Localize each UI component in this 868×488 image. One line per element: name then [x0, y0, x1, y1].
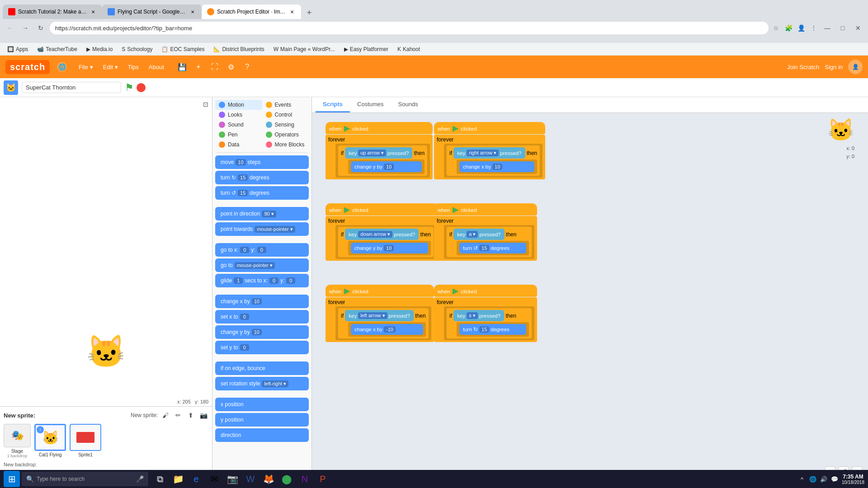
- camera-sprite-button[interactable]: 📷: [198, 410, 208, 420]
- tab-scripts[interactable]: Scripts: [316, 97, 350, 113]
- chrome-icon[interactable]: ⬤: [278, 471, 295, 487]
- forever-block-1[interactable]: forever if key up arrow ▾ pressed? then …: [326, 135, 433, 179]
- ie-icon[interactable]: e: [188, 471, 204, 487]
- when-flag-clicked-4[interactable]: when clicked: [434, 203, 537, 216]
- block-x-position[interactable]: x position: [215, 398, 309, 411]
- stop-button[interactable]: [137, 83, 146, 92]
- if-block-down[interactable]: if key down arrow ▾ pressed? then change…: [338, 227, 434, 257]
- network-icon[interactable]: 🌐: [808, 474, 817, 483]
- save-icon[interactable]: 💾: [176, 61, 189, 73]
- join-scratch-button[interactable]: Join Scratch: [787, 64, 820, 70]
- speaker-icon[interactable]: 🔊: [819, 474, 828, 483]
- bookmark-apps[interactable]: 🔲 Apps: [4, 45, 32, 53]
- fullscreen-icon[interactable]: ⛶: [208, 61, 221, 73]
- address-bar[interactable]: https://scratch.mit.edu/projects/editor/…: [50, 22, 769, 34]
- tab-google-docs[interactable]: Flying Cat Script - Google Docs ✕: [102, 5, 202, 19]
- category-sensing[interactable]: Sensing: [262, 120, 309, 130]
- taskbar-search[interactable]: 🔍 Type here to search 🎤: [22, 472, 148, 486]
- tab-scratch-editor[interactable]: Scratch Project Editor · Imagine... ✕: [202, 5, 301, 19]
- new-tab-button[interactable]: +: [303, 6, 316, 19]
- category-motion[interactable]: Motion: [215, 100, 262, 110]
- bookmark-eoc[interactable]: 📋 EOC Samples: [158, 45, 208, 53]
- system-clock[interactable]: 7:35 AM 10/18/2018: [842, 474, 864, 485]
- forever-block-3[interactable]: forever if key down arrow ▾ pressed? the…: [326, 216, 439, 261]
- bookmark-schoology[interactable]: S Schoology: [118, 45, 156, 53]
- category-more-blocks[interactable]: More Blocks: [262, 140, 309, 150]
- onenote-icon[interactable]: N: [297, 471, 313, 487]
- outlook-icon[interactable]: ✉: [206, 471, 222, 487]
- tray-up-arrow[interactable]: ^: [797, 474, 807, 483]
- stage-item[interactable]: 🎭 Stage 1 backdrop: [4, 424, 31, 458]
- if-block-a[interactable]: if key a ▾ pressed? then turn ↺ 15 degre…: [447, 227, 532, 257]
- bookmark-easy-platformer[interactable]: ▶ Easy Platformer: [340, 45, 392, 53]
- menu-icon[interactable]: ⋮: [809, 23, 818, 33]
- windows-start-button[interactable]: ⊞: [4, 471, 20, 487]
- turn-ccw-15[interactable]: turn ↺ 15 degrees: [459, 243, 526, 253]
- change-x-neg10[interactable]: change x by -10: [351, 324, 423, 335]
- extensions-icon[interactable]: 🧩: [784, 23, 793, 33]
- camera-icon[interactable]: 📷: [224, 471, 241, 487]
- change-x-10[interactable]: change x by 10: [459, 161, 534, 172]
- upload-sprite-button[interactable]: ⬆: [186, 410, 196, 420]
- language-globe-icon[interactable]: 🌐: [57, 62, 67, 72]
- block-change-y[interactable]: change y by 10: [215, 325, 309, 339]
- paint-sprite-button[interactable]: 🖌: [160, 410, 170, 420]
- project-name-input[interactable]: [22, 82, 121, 93]
- category-data[interactable]: Data: [215, 140, 262, 150]
- help-icon[interactable]: ?: [241, 61, 254, 73]
- category-looks[interactable]: Looks: [215, 110, 262, 120]
- green-flag-button[interactable]: ⚑: [125, 82, 134, 94]
- bookmark-teachertube[interactable]: 📹 TeacherTube: [33, 45, 81, 53]
- change-y-10-up[interactable]: change y by 10: [351, 161, 422, 172]
- nav-edit[interactable]: Edit ▾: [99, 62, 123, 72]
- action-center-icon[interactable]: 💬: [830, 474, 839, 483]
- profile-icon[interactable]: 👤: [797, 23, 806, 33]
- back-button[interactable]: ←: [4, 22, 16, 34]
- when-flag-clicked-2[interactable]: when clicked: [434, 122, 545, 134]
- task-view-button[interactable]: ⧉: [152, 471, 168, 487]
- tab-close-3[interactable]: ✕: [288, 8, 296, 15]
- category-pen[interactable]: Pen: [215, 130, 262, 140]
- block-change-x[interactable]: change x by 10: [215, 295, 309, 308]
- block-direction[interactable]: direction: [215, 428, 309, 442]
- when-flag-clicked-6[interactable]: when clicked: [434, 285, 537, 297]
- word-icon[interactable]: W: [242, 471, 259, 487]
- block-goto-target[interactable]: go to mouse-pointer ▾: [215, 258, 309, 272]
- block-point-direction[interactable]: point in direction 90 ▾: [215, 207, 309, 221]
- forward-button[interactable]: →: [19, 22, 32, 34]
- tab-costumes[interactable]: Costumes: [350, 97, 391, 113]
- block-glide[interactable]: glide 1 secs to x: 0 y: 0: [215, 274, 309, 287]
- stage-resize-button[interactable]: ⊡: [203, 101, 208, 108]
- if-block-s[interactable]: if key s ▾ pressed? then turn ↻ 15 degre…: [447, 308, 532, 338]
- user-avatar[interactable]: 👤: [848, 60, 863, 74]
- taskbar-microphone-icon[interactable]: 🎤: [136, 475, 144, 483]
- block-point-towards[interactable]: point towards mouse-pointer ▾: [215, 222, 309, 236]
- settings-icon[interactable]: ⚙: [225, 61, 237, 73]
- when-flag-clicked-5[interactable]: when clicked: [326, 285, 434, 297]
- firefox-icon[interactable]: 🦊: [260, 471, 277, 487]
- sign-in-button[interactable]: Sign in: [825, 64, 843, 70]
- forever-block-2[interactable]: forever if key right arrow ▾ pressed? th…: [434, 135, 545, 179]
- category-sound[interactable]: Sound: [215, 120, 262, 130]
- block-turn-ccw[interactable]: turn ↺ 15 degrees: [215, 186, 309, 200]
- tab-close-1[interactable]: ✕: [90, 8, 97, 15]
- if-block-left[interactable]: if key left arrow ▾ pressed? then change…: [338, 308, 429, 338]
- window-restore[interactable]: □: [836, 22, 849, 34]
- category-events[interactable]: Events: [262, 100, 309, 110]
- add-icon[interactable]: +: [192, 61, 205, 73]
- bookmark-mediaio[interactable]: ▶ Media.io: [83, 45, 116, 53]
- tab-scratch-tutorial[interactable]: Scratch Tutorial 2: Make a Basi... ✕: [3, 5, 102, 19]
- bookmark-star-icon[interactable]: ☆: [771, 23, 780, 33]
- powerpoint-icon[interactable]: P: [315, 471, 331, 487]
- block-turn-cw[interactable]: turn ↻ 15 degrees: [215, 171, 309, 184]
- bookmark-kahoot[interactable]: K Kahoot: [394, 45, 424, 53]
- cat-sprite-item[interactable]: i 🐱 Cat1 Flying: [34, 424, 66, 458]
- nav-file[interactable]: File ▾: [74, 62, 98, 72]
- block-move-steps[interactable]: move 10 steps: [215, 155, 309, 169]
- block-goto-xy[interactable]: go to x: 0 y: 0: [215, 243, 309, 257]
- sprite1-item[interactable]: Sprite1: [70, 424, 101, 458]
- window-minimize[interactable]: —: [821, 22, 834, 34]
- forever-block-4[interactable]: forever if key a ▾ pressed? then turn ↺ …: [434, 216, 537, 261]
- block-y-position[interactable]: y position: [215, 413, 309, 427]
- change-y-neg10[interactable]: change y by 10: [351, 243, 428, 253]
